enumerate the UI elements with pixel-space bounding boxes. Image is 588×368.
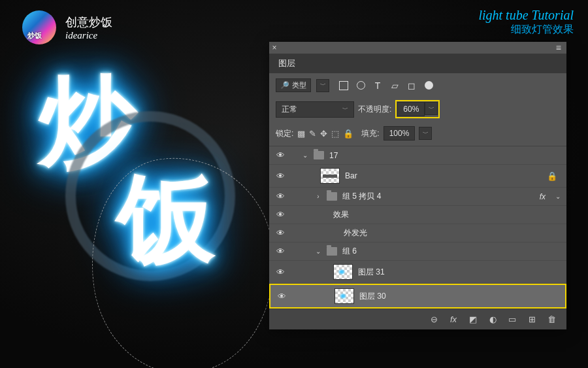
brand-text: 创意炒饭 idearice — [65, 14, 112, 41]
brand-logo — [22, 10, 56, 44]
fill-value: 100% — [389, 129, 410, 138]
folder-icon — [327, 247, 337, 256]
filter-adjustment-icon[interactable] — [355, 80, 366, 91]
fx-badge[interactable]: fx — [540, 192, 549, 201]
filter-toolbar: 🔎 类型 ﹀ T ▱ ◻ — [269, 73, 566, 97]
layer-name: 图层 31 — [358, 267, 385, 278]
filter-smart-icon[interactable]: ◻ — [406, 80, 417, 91]
chevron-down-icon: ﹀ — [320, 81, 326, 90]
visibility-toggle[interactable]: 👁 — [274, 246, 286, 256]
fill-input[interactable]: 100% — [384, 126, 416, 141]
adjustment-layer-icon[interactable]: ◐ — [487, 314, 498, 324]
fill-label: 填充: — [361, 128, 379, 139]
visibility-toggle[interactable]: 👁 — [274, 210, 286, 220]
visibility-toggle[interactable]: 👁 — [274, 192, 286, 201]
filter-pixel-icon[interactable] — [338, 80, 349, 91]
brand-name-cn: 创意炒饭 — [65, 14, 112, 30]
visibility-toggle[interactable]: 👁 — [274, 150, 286, 160]
layer-name: 图层 30 — [359, 291, 386, 302]
group-row-17[interactable]: 👁 ⌄ 17 — [269, 146, 566, 165]
search-icon: 🔎 — [280, 81, 289, 90]
brand-header: 创意炒饭 idearice — [22, 10, 112, 44]
opacity-dropdown[interactable]: ﹀ — [425, 102, 438, 115]
filter-shape-icon[interactable]: ▱ — [389, 80, 400, 91]
lock-label: 锁定: — [276, 128, 293, 139]
fx-name: 外发光 — [344, 227, 367, 239]
delete-layer-icon[interactable]: 🗑 — [546, 314, 557, 324]
group-row-5copy4[interactable]: 👁 › 组 5 拷贝 4 fx ⌄ — [269, 188, 566, 206]
chevron-down-icon: ﹀ — [429, 105, 434, 113]
lock-all-icon[interactable]: 🔒 — [343, 129, 353, 139]
blend-mode-select[interactable]: 正常 ﹀ — [276, 101, 354, 118]
folder-icon — [327, 192, 337, 201]
filter-type-icon[interactable]: T — [372, 80, 383, 91]
chevron-down-icon: ﹀ — [423, 129, 429, 138]
expand-caret[interactable]: › — [315, 193, 321, 200]
folder-icon — [314, 151, 324, 159]
panel-tab-bar: × ≡ — [269, 42, 566, 54]
blend-row: 正常 ﹀ 不透明度: 60% ﹀ — [269, 97, 566, 124]
layer-name: Bar — [345, 171, 357, 180]
visibility-toggle[interactable]: 👁 — [274, 267, 286, 277]
group-row-6[interactable]: 👁 ⌄ 组 6 — [269, 243, 566, 261]
brand-name-en: idearice — [65, 30, 112, 41]
new-group-icon[interactable]: ▭ — [506, 314, 518, 324]
tutorial-title-cn: 细致灯管效果 — [478, 23, 574, 37]
tutorial-title-en: light tube Tutorial — [478, 8, 574, 23]
fx-row-outerglow[interactable]: 👁 外发光 — [269, 224, 566, 243]
lock-artboard-icon[interactable]: ⬚ — [331, 129, 339, 139]
close-icon[interactable]: × — [269, 43, 280, 52]
lock-transparency-icon[interactable]: ▩ — [297, 129, 305, 139]
new-layer-icon[interactable]: ⊞ — [526, 314, 538, 324]
filter-dropdown[interactable]: ﹀ — [316, 79, 329, 92]
filter-icons: T ▱ ◻ — [338, 80, 434, 91]
tutorial-title: light tube Tutorial 细致灯管效果 — [478, 8, 574, 37]
lock-row: 锁定: ▩ ✎ ✥ ⬚ 🔒 填充: 100% ﹀ — [269, 124, 566, 146]
panel-title: 图层 — [269, 54, 566, 73]
visibility-toggle[interactable]: 👁 — [274, 171, 286, 181]
collapse-caret[interactable]: ⌄ — [302, 152, 308, 159]
opacity-highlight: 60% ﹀ — [395, 100, 440, 118]
lock-icon[interactable]: 🔒 — [547, 171, 561, 181]
fx-label: 效果 — [333, 209, 349, 220]
panel-footer: ⊖ fx ◩ ◐ ▭ ⊞ 🗑 — [269, 309, 566, 329]
chevron-down-icon: ﹀ — [342, 105, 348, 114]
layer-filter-type[interactable]: 🔎 类型 — [276, 78, 311, 92]
link-layers-icon[interactable]: ⊖ — [428, 314, 440, 324]
layer-thumbnail — [333, 264, 353, 280]
layer-name: 17 — [329, 151, 338, 160]
layer-row-31[interactable]: 👁 图层 31 — [269, 261, 566, 284]
layer-row-30-selected[interactable]: 👁 图层 30 — [269, 284, 566, 309]
visibility-toggle[interactable]: 👁 — [276, 292, 287, 301]
filter-label: 类型 — [292, 80, 306, 90]
lock-position-icon[interactable]: ✥ — [320, 129, 327, 139]
layer-style-icon[interactable]: fx — [448, 314, 459, 324]
layer-name: 组 5 拷贝 4 — [342, 191, 381, 202]
opacity-input[interactable]: 60% — [397, 102, 425, 116]
layer-name: 组 6 — [342, 246, 357, 257]
layer-thumbnail — [320, 168, 340, 184]
layer-thumbnail — [335, 288, 354, 304]
neon-char-2: 饭 — [118, 170, 209, 268]
blend-mode-value: 正常 — [282, 104, 297, 115]
artwork-preview: 炒 饭 — [39, 72, 261, 320]
panel-menu-icon[interactable]: ≡ — [551, 42, 566, 53]
layer-mask-icon[interactable]: ◩ — [467, 314, 479, 324]
opacity-label: 不透明度: — [358, 104, 391, 115]
collapse-caret[interactable]: ⌄ — [315, 248, 321, 255]
fill-dropdown[interactable]: ﹀ — [419, 127, 432, 140]
layer-tree: 👁 ⌄ 17 👁 Bar 🔒 👁 › 组 5 拷贝 4 fx ⌄ 👁 效果 — [269, 146, 566, 309]
lock-brush-icon[interactable]: ✎ — [309, 129, 316, 139]
filter-toggle-icon[interactable] — [423, 80, 434, 91]
layer-row-bar[interactable]: 👁 Bar 🔒 — [269, 165, 566, 188]
layers-panel: × ≡ 图层 🔎 类型 ﹀ T ▱ ◻ 正常 ﹀ 不透明度: 60% ﹀ — [269, 42, 566, 329]
visibility-toggle[interactable]: 👁 — [274, 228, 286, 238]
fx-caret[interactable]: ⌄ — [555, 193, 561, 200]
opacity-value: 60% — [403, 105, 419, 114]
fx-row-effects[interactable]: 👁 效果 — [269, 206, 566, 224]
